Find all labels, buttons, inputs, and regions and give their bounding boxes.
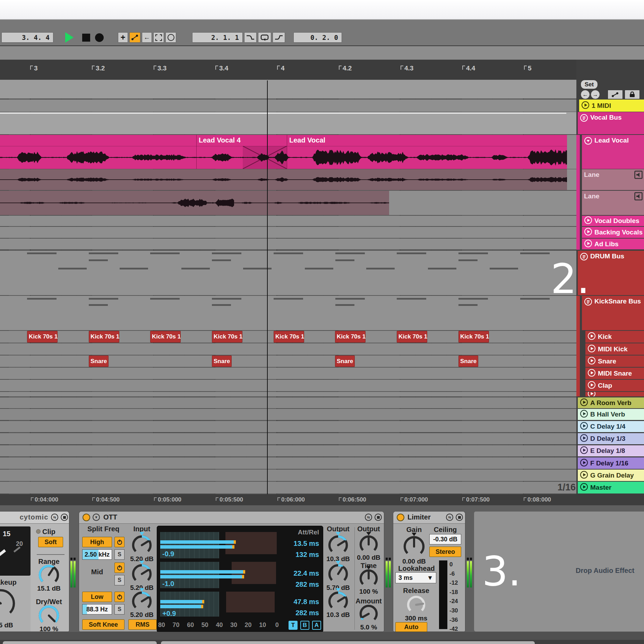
kick-clip[interactable]: Kick 70s 1: [274, 331, 304, 343]
track-header-vocal-doubles[interactable]: Vocal Doubles: [582, 216, 644, 226]
arrangement-lane[interactable]: [0, 251, 576, 295]
lane-1-clip[interactable]: [0, 169, 567, 190]
arrangement-lane[interactable]: [0, 100, 576, 112]
track-header-kicksnare-bus[interactable]: KickSnare Bus: [582, 296, 644, 330]
ceiling-field[interactable]: -0.30 dB: [429, 534, 461, 544]
fade-button[interactable]: [244, 32, 257, 43]
nav-right-button[interactable]: →: [591, 90, 600, 99]
arrangement-lane[interactable]: [0, 397, 576, 408]
play-icon[interactable]: [580, 398, 588, 408]
arrangement-lane[interactable]: [0, 409, 576, 420]
arrangement-lane[interactable]: [0, 457, 576, 469]
arrangement-lane[interactable]: [0, 368, 576, 379]
track-header-hidden[interactable]: [585, 392, 644, 396]
snare-clip[interactable]: Snare: [458, 355, 478, 367]
arrangement-lane[interactable]: [0, 355, 576, 367]
ott-time-knob[interactable]: [356, 566, 381, 591]
play-icon[interactable]: [587, 332, 596, 342]
time-ruler[interactable]: 0:04:0000:04:5000:05:0000:05:5000:06:000…: [0, 494, 644, 505]
arrangement-lane[interactable]: [0, 470, 576, 481]
mid-power-button[interactable]: [114, 563, 124, 573]
punch-button[interactable]: [273, 32, 285, 43]
track-header-clap[interactable]: Clap: [585, 380, 644, 391]
lane-2-clip[interactable]: [0, 191, 389, 215]
play-icon[interactable]: [580, 434, 588, 444]
lock-envelopes-button[interactable]: [625, 90, 640, 99]
arrangement-lane[interactable]: [0, 296, 576, 330]
ott-input-high-knob[interactable]: [128, 532, 155, 559]
track-header-c-delay-1-4[interactable]: C Delay 1/4: [578, 421, 644, 432]
arrangement-lane[interactable]: [0, 392, 576, 396]
set-button[interactable]: Set: [581, 80, 598, 89]
ott-view-button-t[interactable]: T: [289, 621, 298, 630]
track-header-a-room-verb[interactable]: A Room Verb: [578, 397, 644, 408]
ott-view-button-b[interactable]: B: [300, 621, 309, 630]
arrangement-lane[interactable]: [0, 380, 576, 391]
lead-vocal-clip[interactable]: Lead Vocal 4Lead Vocal: [0, 135, 567, 169]
arrangement-lane[interactable]: [0, 421, 576, 432]
auto-release-button[interactable]: Auto: [395, 622, 427, 632]
track-header-lane[interactable]: Lane: [582, 191, 644, 215]
play-icon[interactable]: [584, 239, 592, 249]
ott-output-mid-knob[interactable]: [325, 560, 352, 587]
glue-hotswap-icon[interactable]: ⇆: [51, 514, 58, 521]
low-freq-field[interactable]: 88.3 Hz: [82, 604, 112, 615]
glue-drywet-knob[interactable]: [35, 602, 63, 629]
loop-start-field[interactable]: 2. 1. 1: [192, 32, 243, 43]
record-button[interactable]: [95, 33, 104, 42]
track-header-e-delay-1-8[interactable]: E Delay 1/8: [578, 445, 644, 456]
ott-amount-knob[interactable]: [356, 601, 381, 627]
selection-box-button[interactable]: [153, 32, 164, 43]
arrangement-lane[interactable]: [0, 482, 576, 493]
loop-button[interactable]: [258, 32, 271, 43]
lookahead-dropdown[interactable]: 3 ms ▼: [395, 572, 436, 583]
track-header-vocal-bus[interactable]: Vocal Bus: [578, 112, 644, 134]
play-icon[interactable]: [587, 344, 596, 354]
stereo-button[interactable]: Stereo: [429, 547, 461, 557]
stop-button[interactable]: [82, 34, 90, 42]
play-icon[interactable]: [580, 422, 588, 431]
play-icon[interactable]: [587, 381, 596, 390]
track-header-backing-vocals[interactable]: Backing Vocals: [582, 227, 644, 238]
arrangement-position-field[interactable]: 3. 4. 4: [1, 32, 53, 43]
ott-save-icon[interactable]: [375, 514, 382, 521]
track-header-lead-vocal[interactable]: Lead Vocal: [582, 135, 644, 169]
play-icon[interactable]: [587, 357, 596, 366]
play-icon[interactable]: [587, 392, 596, 396]
snare-clip[interactable]: Snare: [335, 355, 355, 367]
arrangement-lane[interactable]: [0, 239, 576, 249]
loop-length-field[interactable]: 0. 2. 0: [293, 32, 342, 43]
play-icon[interactable]: [580, 471, 588, 480]
draw-mode-button[interactable]: [129, 32, 140, 43]
ott-fold-icon[interactable]: ▼: [93, 514, 100, 521]
arrangement-lane[interactable]: [0, 433, 576, 444]
limiter-release-knob[interactable]: [403, 592, 429, 618]
arrangement-lane[interactable]: [0, 343, 576, 355]
ott-master-output-knob[interactable]: [356, 532, 381, 557]
glue-save-icon[interactable]: [61, 514, 68, 521]
lane-speaker-button[interactable]: [634, 192, 643, 200]
play-button[interactable]: [65, 32, 74, 43]
play-icon[interactable]: [584, 216, 592, 226]
track-header-lane[interactable]: Lane: [582, 169, 644, 190]
track-header-midi-kick[interactable]: MIDI Kick: [585, 343, 644, 355]
arrangement-lane[interactable]: [0, 216, 576, 226]
high-freq-field[interactable]: 2.50 kHz: [82, 549, 112, 560]
beat-time-ruler[interactable]: 33.23.33.444.24.34.45: [0, 60, 644, 80]
arrangement-lane[interactable]: [0, 112, 576, 134]
limiter-power-led[interactable]: [397, 514, 404, 521]
track-header-midi-snare[interactable]: MIDI Snare: [585, 368, 644, 379]
snare-clip[interactable]: Snare: [89, 355, 109, 367]
ott-output-high-knob[interactable]: [325, 532, 352, 559]
automation-mode-button[interactable]: [608, 90, 623, 99]
ott-view-button-a[interactable]: A: [312, 621, 321, 630]
scrub-lane[interactable]: [0, 80, 576, 98]
kick-clip[interactable]: Kick 70s 1: [397, 331, 427, 343]
play-icon[interactable]: [584, 227, 592, 237]
ott-title-bar[interactable]: [79, 512, 384, 524]
limiter-save-icon[interactable]: [456, 514, 463, 521]
track-header-ad-libs[interactable]: Ad Libs: [582, 239, 644, 249]
lane-speaker-button[interactable]: [634, 171, 643, 179]
soft-knee-button[interactable]: Soft Knee: [82, 619, 124, 630]
add-locator-button[interactable]: +: [118, 32, 128, 43]
